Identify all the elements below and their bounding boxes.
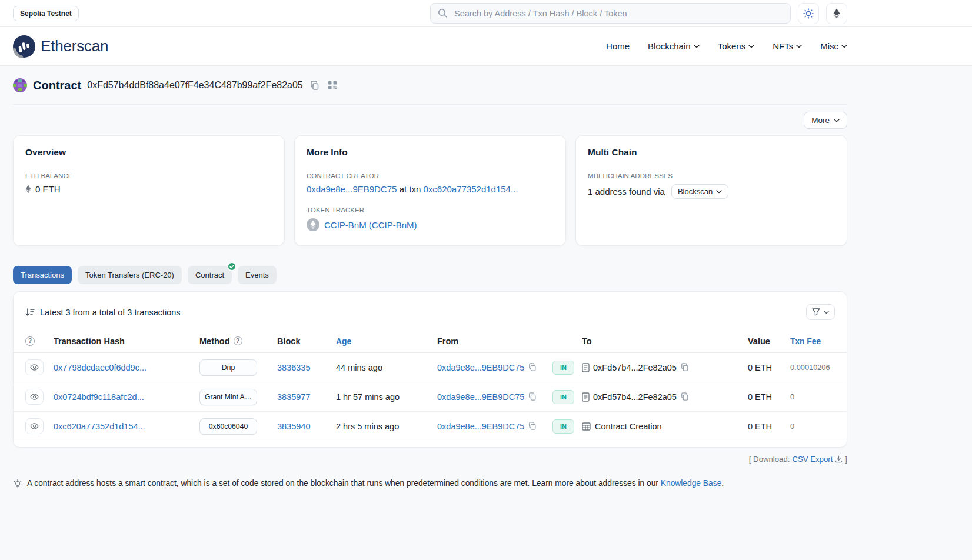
from-address-link[interactable]: 0xda9e8e...9EB9DC75 — [437, 363, 524, 372]
transactions-card: Latest 3 from a total of 3 transactions … — [13, 291, 847, 448]
direction-in-badge: IN — [552, 419, 574, 434]
tx-hash-link[interactable]: 0x0724bdf9c118afc2d... — [54, 392, 144, 402]
tx-hash-link[interactable]: 0x7798dcdaec0f6dd9c... — [54, 363, 147, 372]
tab-transactions[interactable]: Transactions — [13, 266, 72, 284]
nav-misc[interactable]: Misc — [820, 41, 847, 51]
footer-note: A contract address hosts a smart contrac… — [13, 478, 847, 489]
qr-code-icon — [328, 81, 337, 90]
search-icon — [438, 8, 448, 18]
more-info-card-title: More Info — [307, 147, 554, 158]
col-from: From — [437, 336, 552, 346]
token-tracker-link[interactable]: CCIP-BnM (CCIP-BnM) — [324, 220, 417, 230]
tx-preview-button[interactable] — [25, 389, 44, 405]
tab-bar: Transactions Token Transfers (ERC-20) Co… — [13, 266, 847, 284]
token-icon — [307, 218, 319, 231]
col-txn-fee-toggle-link[interactable]: Txn Fee — [790, 337, 821, 346]
search-input[interactable] — [453, 8, 783, 19]
multichain-provider-select[interactable]: Blockscan — [671, 184, 728, 199]
qr-code-button[interactable] — [327, 79, 338, 91]
nav-nfts[interactable]: NFTs — [773, 41, 802, 51]
value-amount: 0 ETH — [748, 363, 772, 372]
check-icon — [229, 265, 234, 269]
page-content: Contract 0xFd57b4ddBf88a4e07fF4e34C487b9… — [13, 66, 847, 489]
address-identicon — [13, 78, 27, 92]
direction-in-badge: IN — [552, 361, 574, 375]
main-nav: Etherscan Home Blockchain Tokens NFTs Mi… — [0, 27, 972, 66]
age-value: 44 mins ago — [336, 363, 382, 372]
footer-period: . — [721, 479, 724, 488]
multichain-card-title: Multi Chain — [588, 147, 835, 158]
table-row: 0xc620a77352d1d154... 0x60c06040 3835940… — [14, 412, 847, 441]
copy-from-button[interactable] — [528, 422, 537, 431]
tab-contract[interactable]: Contract — [188, 266, 232, 284]
table-row: 0x0724bdf9c118afc2d... Grant Mint An... … — [14, 382, 847, 412]
more-button[interactable]: More — [804, 112, 847, 129]
to-address: 0xFd57b4...2Fe82a05 — [593, 363, 677, 372]
col-age-sort-link[interactable]: Age — [336, 337, 351, 346]
multichain-addresses-label: MULTICHAIN ADDRESSES — [588, 172, 835, 179]
sun-icon — [803, 8, 814, 19]
direction-in-badge: IN — [552, 390, 574, 404]
method-help-icon[interactable]: ? — [234, 336, 242, 345]
summary-cards: Overview ETH BALANCE 0 ETH More Info CON… — [13, 135, 847, 246]
knowledge-base-link[interactable]: Knowledge Base — [661, 479, 722, 488]
block-link[interactable]: 3835977 — [277, 392, 310, 402]
eye-icon — [30, 364, 39, 371]
overview-card: Overview ETH BALANCE 0 ETH — [13, 135, 285, 246]
txn-fee: 0 — [790, 392, 794, 401]
eth-balance-label: ETH BALANCE — [25, 172, 272, 179]
copy-icon — [681, 392, 689, 401]
txn-fee: 0.00010206 — [790, 363, 830, 372]
filter-button[interactable] — [806, 304, 835, 320]
block-link[interactable]: 3835940 — [277, 422, 310, 431]
tab-token-transfers[interactable]: Token Transfers (ERC-20) — [78, 266, 182, 284]
from-address-link[interactable]: 0xda9e8e...9EB9DC75 — [437, 422, 524, 431]
network-switch-button[interactable] — [826, 3, 847, 24]
from-address-link[interactable]: 0xda9e8e...9EB9DC75 — [437, 392, 524, 402]
network-badge[interactable]: Sepolia Testnet — [13, 6, 79, 21]
tx-preview-button[interactable] — [25, 418, 44, 434]
chevron-down-icon — [694, 45, 700, 48]
nav-home[interactable]: Home — [606, 41, 630, 51]
copy-to-button[interactable] — [681, 363, 689, 372]
method-badge[interactable]: 0x60c06040 — [199, 418, 257, 435]
chevron-down-icon — [748, 45, 754, 48]
method-badge[interactable]: Drip — [199, 359, 257, 376]
topbar: Sepolia Testnet — [0, 0, 972, 27]
overview-card-title: Overview — [25, 147, 272, 158]
brand-name: Etherscan — [41, 37, 108, 55]
creator-address-link[interactable]: 0xda9e8e...9EB9DC75 — [307, 184, 397, 194]
value-amount: 0 ETH — [748, 422, 772, 431]
col-value: Value — [748, 336, 790, 346]
to-address: 0xFd57b4...2Fe82a05 — [593, 392, 677, 402]
help-icon[interactable]: ? — [25, 336, 35, 346]
csv-export-link[interactable]: CSV Export — [792, 455, 833, 464]
eth-balance-value: 0 ETH — [35, 184, 61, 194]
contract-creation-label: Contract Creation — [595, 422, 662, 431]
method-badge[interactable]: Grant Mint An... — [199, 389, 257, 405]
copy-address-button[interactable] — [309, 79, 321, 92]
eye-icon — [30, 394, 39, 400]
copy-icon — [681, 363, 689, 372]
tab-events[interactable]: Events — [238, 266, 277, 284]
contract-file-icon — [582, 363, 590, 372]
contract-header: Contract 0xFd57b4ddBf88a4e07fF4e34C487b9… — [13, 66, 847, 92]
creation-txn-link[interactable]: 0xc620a77352d1d154... — [423, 184, 518, 194]
search-bar[interactable] — [430, 3, 791, 24]
tx-preview-button[interactable] — [25, 359, 44, 375]
copy-from-button[interactable] — [528, 392, 537, 401]
chevron-down-icon — [834, 119, 840, 122]
contract-verified-badge — [227, 262, 237, 271]
copy-from-button[interactable] — [528, 363, 537, 372]
chevron-down-icon — [841, 45, 847, 48]
theme-toggle-button[interactable] — [798, 3, 819, 24]
copy-to-button[interactable] — [681, 392, 689, 401]
at-txn-text: at txn — [400, 184, 424, 194]
etherscan-logo[interactable]: Etherscan — [13, 35, 108, 58]
nav-tokens[interactable]: Tokens — [718, 41, 755, 51]
nav-blockchain[interactable]: Blockchain — [648, 41, 700, 51]
token-tracker-label: TOKEN TRACKER — [307, 206, 554, 214]
contract-creator-label: CONTRACT CREATOR — [307, 172, 554, 179]
tx-hash-link[interactable]: 0xc620a77352d1d154... — [54, 422, 145, 431]
block-link[interactable]: 3836335 — [277, 363, 310, 372]
